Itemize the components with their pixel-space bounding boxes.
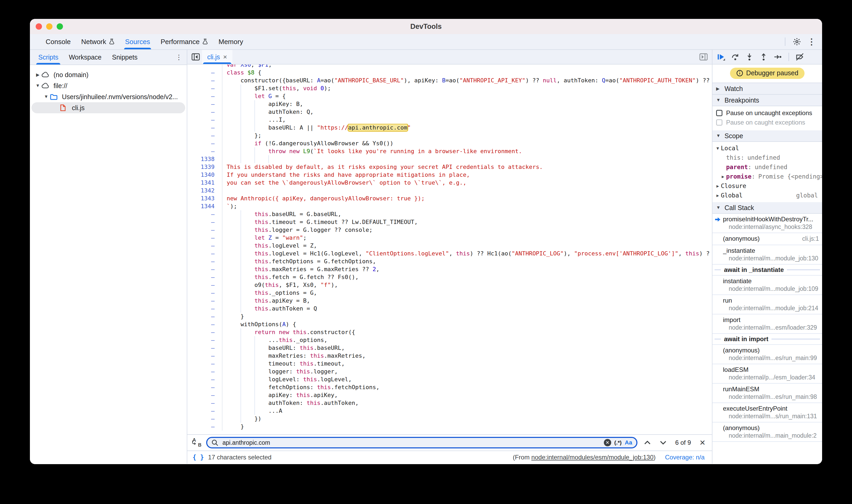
code-line[interactable]: – baseURL: A || "https://api.anthropic.c… <box>187 124 712 132</box>
code-line[interactable]: – fetchOptions: this.fetchOptions, <box>187 383 712 391</box>
line-gutter[interactable]: – <box>187 297 223 305</box>
line-gutter[interactable]: – <box>187 132 223 140</box>
code-line[interactable]: – authToken: Q, <box>187 108 712 116</box>
line-gutter[interactable]: – <box>187 100 223 108</box>
call-stack-frame[interactable]: promiseInitHookWithDestroyTr...node:inte… <box>712 214 822 233</box>
sidebar-tab-workspace[interactable]: Workspace <box>64 50 107 65</box>
line-gutter[interactable]: – <box>187 281 223 289</box>
next-match-button[interactable] <box>657 437 669 448</box>
scope-group-closure[interactable]: ▶Closure <box>712 181 822 191</box>
file-tab-clijs[interactable]: cli.js × <box>202 50 232 64</box>
line-gutter[interactable]: 1344 <box>187 202 223 210</box>
code-line[interactable]: – ...I, <box>187 116 712 124</box>
sidebar-tab-scripts[interactable]: Scripts <box>33 50 64 65</box>
chevron-right-icon[interactable]: ▶ <box>720 174 726 179</box>
tab-network[interactable]: Network <box>76 34 120 49</box>
line-gutter[interactable]: – <box>187 368 223 376</box>
code-line[interactable]: – let Z = "warn"; <box>187 234 712 242</box>
line-gutter[interactable]: – <box>187 234 223 242</box>
line-gutter[interactable]: 1343 <box>187 195 223 202</box>
replace-toggle-icon[interactable]: A B <box>192 437 202 448</box>
toggle-navigator-icon[interactable] <box>190 51 202 63</box>
code-line[interactable]: – this.baseURL = G.baseURL, <box>187 210 712 218</box>
code-line[interactable]: – this._options = G, <box>187 289 712 297</box>
line-gutter[interactable]: – <box>187 383 223 391</box>
line-gutter[interactable]: – <box>187 226 223 234</box>
zoom-window-button[interactable] <box>57 23 63 30</box>
resume-icon[interactable] <box>714 51 728 63</box>
code-line[interactable]: – this.timeout = G.timeout ?? Lw.DEFAULT… <box>187 218 712 226</box>
chevron-right-icon[interactable]: ▶ <box>714 183 721 188</box>
code-line[interactable]: – baseURL: this.baseURL, <box>187 344 712 352</box>
line-gutter[interactable]: – <box>187 265 223 273</box>
line-gutter[interactable]: 1339 <box>187 163 223 171</box>
line-gutter[interactable]: – <box>187 423 223 431</box>
section-breakpoints[interactable]: ▼ Breakpoints <box>712 95 822 106</box>
code-line[interactable]: – throw new L9(`It looks like you're run… <box>187 147 712 155</box>
code-line[interactable]: – logger: this.logger, <box>187 368 712 376</box>
toggle-debugger-sidebar-icon[interactable] <box>697 51 710 63</box>
step-icon[interactable] <box>771 51 784 63</box>
code-line[interactable]: – $F1.set(this, void 0); <box>187 85 712 92</box>
line-gutter[interactable]: – <box>187 391 223 399</box>
code-line[interactable]: – ...this._options, <box>187 336 712 344</box>
code-line[interactable]: 1341you can set the \`dangerouslyAllowBr… <box>187 179 712 187</box>
scope-group-global[interactable]: ▶Globalglobal <box>712 191 822 200</box>
line-gutter[interactable]: – <box>187 328 223 336</box>
code-line[interactable]: – } <box>187 423 712 431</box>
line-gutter[interactable]: – <box>187 415 223 423</box>
call-stack-frame[interactable]: runnode:internal/m...module_job:214 <box>712 295 822 314</box>
kebab-menu-icon[interactable]: ⋮ <box>805 35 818 48</box>
chevron-down-icon[interactable]: ▼ <box>714 146 721 151</box>
call-stack-frame[interactable]: (anonymous)node:internal/m...main_module… <box>712 422 822 442</box>
line-gutter[interactable]: – <box>187 305 223 312</box>
close-tab-icon[interactable]: × <box>223 53 227 61</box>
code-line[interactable]: – return new this.constructor({ <box>187 328 712 336</box>
step-into-icon[interactable] <box>743 51 756 63</box>
code-line[interactable]: – this.logLevel = Z, <box>187 242 712 250</box>
call-stack-frame[interactable]: (anonymous)node:internal/m...es/run_main… <box>712 345 822 364</box>
code-line[interactable]: – authToken: this.authToken, <box>187 399 712 407</box>
line-gutter[interactable]: – <box>187 352 223 360</box>
line-gutter[interactable]: – <box>187 124 223 132</box>
call-stack-frame[interactable]: (anonymous)cli.js:1 <box>712 233 822 245</box>
code-line[interactable]: – let G = { <box>187 92 712 100</box>
code-line[interactable]: – constructor({baseURL: A=ao("ANTHROPIC_… <box>187 76 712 85</box>
code-line[interactable]: – this.fetchOptions = G.fetchOptions, <box>187 257 712 265</box>
code-line[interactable]: – this.fetch = G.fetch ?? Fs0(), <box>187 273 712 281</box>
section-call-stack[interactable]: ▼ Call Stack <box>712 202 822 214</box>
code-line[interactable]: – }) <box>187 415 712 423</box>
line-gutter[interactable]: – <box>187 116 223 124</box>
line-gutter[interactable]: – <box>187 407 223 415</box>
code-line[interactable]: 1344`); <box>187 202 712 210</box>
tree-item-cli-js[interactable]: cli.js <box>32 102 185 113</box>
match-case-icon[interactable]: Aa <box>625 439 632 446</box>
close-search-icon[interactable]: ✕ <box>697 438 708 447</box>
tab-sources[interactable]: Sources <box>120 34 155 49</box>
code-line[interactable]: 1342 <box>187 187 712 195</box>
breakpoint-option[interactable]: Pause on uncaught exceptions <box>712 108 822 118</box>
clear-search-icon[interactable]: ✕ <box>604 439 611 446</box>
chevron-down-icon[interactable]: ▼ <box>34 83 41 88</box>
line-gutter[interactable]: – <box>187 108 223 116</box>
line-gutter[interactable]: 1338 <box>187 155 223 163</box>
tree-item--no-domain-[interactable]: ▶(no domain) <box>30 69 187 80</box>
line-gutter[interactable]: – <box>187 344 223 352</box>
chevron-right-icon[interactable]: ▶ <box>714 193 721 198</box>
code-line[interactable]: –class $8 { <box>187 69 712 76</box>
line-gutter[interactable]: 1341 <box>187 179 223 187</box>
code-line[interactable]: – timeout: this.timeout, <box>187 360 712 368</box>
tab-performance[interactable]: Performance <box>155 34 213 49</box>
scope-var-this[interactable]: this:undefined <box>712 153 822 162</box>
code-line[interactable]: 1338 <box>187 155 712 163</box>
code-line[interactable]: – this.authToken = Q <box>187 305 712 312</box>
code-line[interactable]: – ...A <box>187 407 712 415</box>
line-gutter[interactable]: – <box>187 336 223 344</box>
step-out-icon[interactable] <box>757 51 770 63</box>
line-gutter[interactable]: – <box>187 210 223 218</box>
line-gutter[interactable]: – <box>187 140 223 147</box>
chevron-down-icon[interactable]: ▼ <box>42 94 50 100</box>
chevron-right-icon[interactable]: ▶ <box>34 72 41 78</box>
line-gutter[interactable]: – <box>187 312 223 321</box>
call-stack-frame[interactable]: executeUserEntryPointnode:internal/m...s… <box>712 403 822 422</box>
